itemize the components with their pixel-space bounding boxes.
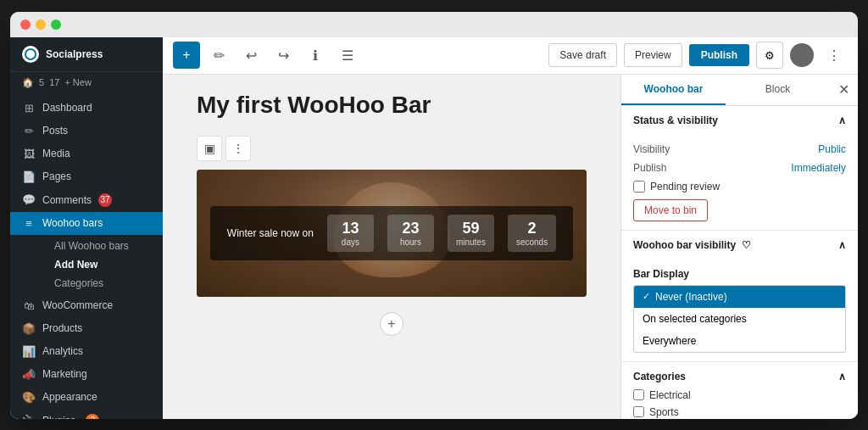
toolbar-left: + ✏ ↩ ↪ ℹ ☰ — [173, 42, 361, 69]
page-title[interactable]: My first WooHoo Bar — [197, 92, 587, 119]
sidebar-nav: ⊞ Dashboard ✏ Posts 🖼 Media 📄 Pages 💬 — [10, 93, 163, 419]
dashboard-icon: ⊞ — [22, 102, 36, 114]
new-link[interactable]: + New — [64, 77, 92, 87]
comments-count: 5 — [39, 77, 44, 87]
sidebar-item-woocommerce[interactable]: 🛍 WooCommerce — [10, 294, 163, 317]
sidebar-label-woocommerce: WooCommerce — [42, 299, 113, 311]
category-electrical-checkbox[interactable] — [633, 389, 644, 400]
sidebar-item-marketing[interactable]: 📣 Marketing — [10, 363, 163, 386]
sidebar-item-dashboard[interactable]: ⊞ Dashboard — [10, 97, 163, 120]
countdown-hours: 23 hours — [387, 215, 434, 252]
panel-close-button[interactable]: ✕ — [830, 75, 858, 104]
woohoo-visibility-header[interactable]: Woohoo bar visibility ♡ ∧ — [621, 231, 858, 260]
info-button[interactable]: ℹ — [302, 42, 329, 69]
media-icon: 🖼 — [22, 148, 36, 160]
analytics-icon: 📊 — [22, 345, 36, 358]
panel-tab-woohoo[interactable]: Woohoo bar — [621, 75, 726, 105]
woohoo-icon: ≡ — [22, 217, 36, 230]
category-sports-label: Sports — [649, 406, 679, 418]
sidebar-item-pages[interactable]: 📄 Pages — [10, 165, 163, 188]
block-controls: ▣ ⋮ — [197, 136, 587, 161]
edit-button[interactable]: ✏ — [205, 42, 232, 69]
publish-value[interactable]: Immediately — [791, 162, 846, 174]
save-draft-button[interactable]: Save draft — [548, 43, 617, 67]
wp-logo-icon — [22, 46, 39, 63]
dropdown-everywhere-label: Everywhere — [643, 335, 696, 347]
plugins-badge: 2 — [86, 414, 99, 419]
check-icon: ✓ — [643, 291, 650, 302]
sidebar-item-plugins[interactable]: 🔌 Plugins 2 — [10, 409, 163, 419]
bar-display-dropdown: ✓ Never (Inactive) On selected categorie… — [633, 285, 846, 353]
sidebar-item-analytics[interactable]: 📊 Analytics — [10, 340, 163, 363]
plugins-icon: 🔌 — [22, 414, 36, 419]
woohoo-visibility-section: Woohoo bar visibility ♡ ∧ Bar Display ✓ … — [621, 231, 858, 362]
sidebar-sub-categories[interactable]: Categories — [42, 274, 163, 293]
sidebar-sub-woohoo: All Woohoo bars Add New Categories — [10, 235, 163, 294]
settings-button[interactable]: ⚙ — [756, 42, 783, 69]
sidebar-label-media: Media — [42, 148, 70, 159]
editor-main: My first WooHoo Bar ▣ ⋮ Winter sale now … — [163, 75, 620, 419]
chevron-up-icon: ∧ — [838, 114, 846, 126]
sidebar-sub-add-new[interactable]: Add New — [42, 255, 163, 274]
sidebar-item-appearance[interactable]: 🎨 Appearance — [10, 386, 163, 409]
move-to-bin-button[interactable]: Move to bin — [633, 199, 708, 221]
category-electrical: Electrical — [633, 389, 846, 401]
publish-row: Publish Immediately — [633, 162, 846, 174]
countdown-days: 13 days — [327, 215, 374, 252]
sidebar-label-comments: Comments — [42, 194, 92, 206]
panel-tab-block[interactable]: Block — [726, 75, 830, 105]
redo-button[interactable]: ↪ — [270, 42, 297, 69]
marketing-icon: 📣 — [22, 368, 36, 381]
list-view-button[interactable]: ☰ — [334, 42, 361, 69]
category-electrical-label: Electrical — [649, 389, 691, 401]
title-bar — [10, 12, 858, 37]
sidebar-item-media[interactable]: 🖼 Media — [10, 142, 163, 165]
block-more-button[interactable]: ⋮ — [225, 136, 251, 161]
add-block-button[interactable]: + — [173, 42, 200, 69]
pending-review-checkbox[interactable] — [633, 181, 645, 193]
editor-panel: My first WooHoo Bar ▣ ⋮ Winter sale now … — [163, 75, 858, 419]
visibility-value[interactable]: Public — [818, 143, 846, 155]
visibility-row: Visibility Public — [633, 143, 846, 155]
dropdown-never-label: Never (Inactive) — [655, 291, 727, 303]
categories-title: Categories — [633, 371, 686, 383]
category-sports-checkbox[interactable] — [633, 406, 644, 417]
publish-button[interactable]: Publish — [689, 44, 749, 66]
pending-review-label: Pending review — [650, 181, 720, 193]
sidebar-label-woohoo: Woohoo bars — [42, 217, 103, 229]
sidebar-item-posts[interactable]: ✏ Posts — [10, 120, 163, 142]
products-icon: 📦 — [22, 322, 36, 335]
seconds-number: 2 — [516, 220, 548, 237]
maximize-dot[interactable] — [51, 20, 61, 30]
visibility-label: Visibility — [633, 143, 670, 155]
undo-button[interactable]: ↩ — [237, 42, 264, 69]
pages-icon: 📄 — [22, 170, 36, 183]
minutes-number: 59 — [456, 220, 486, 237]
countdown-bar: Winter sale now on 13 days 23 hours — [210, 206, 573, 260]
sidebar-sub-all-woohoo[interactable]: All Woohoo bars — [42, 237, 163, 255]
categories-header[interactable]: Categories ∧ — [633, 371, 846, 389]
appearance-icon: 🎨 — [22, 391, 36, 404]
user-avatar[interactable] — [790, 43, 814, 67]
comments-icon: 💬 — [22, 193, 36, 206]
preview-button[interactable]: Preview — [624, 43, 682, 67]
sidebar-item-comments[interactable]: 💬 Comments 37 — [10, 188, 163, 212]
posts-icon: ✏ — [22, 125, 36, 137]
seconds-label: seconds — [516, 237, 548, 247]
dropdown-never-inactive[interactable]: ✓ Never (Inactive) — [634, 286, 845, 308]
close-dot[interactable] — [20, 20, 31, 30]
sidebar-label-dashboard: Dashboard — [42, 102, 92, 114]
content-area: + ✏ ↩ ↪ ℹ ☰ Save draft Preview Publish ⚙… — [163, 37, 858, 419]
minimize-dot[interactable] — [36, 20, 46, 30]
status-visibility-header[interactable]: Status & visibility ∧ — [621, 106, 858, 135]
dropdown-everywhere[interactable]: Everywhere — [634, 330, 845, 352]
more-options-button[interactable]: ⋮ — [821, 42, 848, 69]
block-type-button[interactable]: ▣ — [197, 136, 222, 161]
insert-block-button[interactable]: + — [380, 312, 403, 336]
publish-label: Publish — [633, 162, 666, 174]
sidebar-item-woohoo[interactable]: ≡ Woohoo bars — [10, 212, 163, 235]
sidebar-label-products: Products — [42, 322, 82, 334]
dropdown-selected-categories[interactable]: On selected categories — [634, 308, 845, 330]
sidebar-item-products[interactable]: 📦 Products — [10, 317, 163, 340]
bar-display-label: Bar Display — [633, 268, 846, 280]
